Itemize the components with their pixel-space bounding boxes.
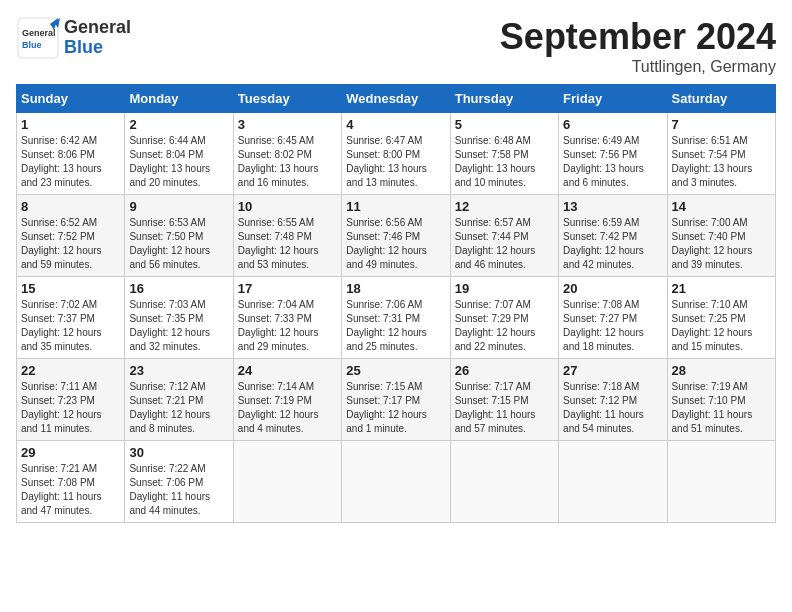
calendar-cell: 3Sunrise: 6:45 AMSunset: 8:02 PMDaylight…: [233, 113, 341, 195]
calendar-cell: 12Sunrise: 6:57 AMSunset: 7:44 PMDayligh…: [450, 195, 558, 277]
calendar-cell: 6Sunrise: 6:49 AMSunset: 7:56 PMDaylight…: [559, 113, 667, 195]
day-number: 13: [563, 199, 662, 214]
calendar-cell: 19Sunrise: 7:07 AMSunset: 7:29 PMDayligh…: [450, 277, 558, 359]
calendar-cell: 24Sunrise: 7:14 AMSunset: 7:19 PMDayligh…: [233, 359, 341, 441]
day-info: Sunrise: 7:07 AMSunset: 7:29 PMDaylight:…: [455, 298, 554, 354]
month-title: September 2024: [500, 16, 776, 58]
calendar-cell: 28Sunrise: 7:19 AMSunset: 7:10 PMDayligh…: [667, 359, 775, 441]
calendar-cell: 22Sunrise: 7:11 AMSunset: 7:23 PMDayligh…: [17, 359, 125, 441]
day-number: 25: [346, 363, 445, 378]
day-number: 22: [21, 363, 120, 378]
day-info: Sunrise: 7:14 AMSunset: 7:19 PMDaylight:…: [238, 380, 337, 436]
calendar-cell: 23Sunrise: 7:12 AMSunset: 7:21 PMDayligh…: [125, 359, 233, 441]
weekday-header-friday: Friday: [559, 85, 667, 113]
weekday-header-tuesday: Tuesday: [233, 85, 341, 113]
day-info: Sunrise: 6:55 AMSunset: 7:48 PMDaylight:…: [238, 216, 337, 272]
calendar-cell: 27Sunrise: 7:18 AMSunset: 7:12 PMDayligh…: [559, 359, 667, 441]
page-header: General Blue General Blue September 2024…: [16, 16, 776, 76]
svg-text:Blue: Blue: [22, 40, 42, 50]
calendar-week-4: 22Sunrise: 7:11 AMSunset: 7:23 PMDayligh…: [17, 359, 776, 441]
logo-blue-text: Blue: [64, 38, 131, 58]
day-number: 10: [238, 199, 337, 214]
day-info: Sunrise: 6:51 AMSunset: 7:54 PMDaylight:…: [672, 134, 771, 190]
calendar-cell: 30Sunrise: 7:22 AMSunset: 7:06 PMDayligh…: [125, 441, 233, 523]
day-info: Sunrise: 7:04 AMSunset: 7:33 PMDaylight:…: [238, 298, 337, 354]
day-info: Sunrise: 6:56 AMSunset: 7:46 PMDaylight:…: [346, 216, 445, 272]
calendar-cell: 21Sunrise: 7:10 AMSunset: 7:25 PMDayligh…: [667, 277, 775, 359]
day-number: 15: [21, 281, 120, 296]
day-info: Sunrise: 6:44 AMSunset: 8:04 PMDaylight:…: [129, 134, 228, 190]
calendar-week-3: 15Sunrise: 7:02 AMSunset: 7:37 PMDayligh…: [17, 277, 776, 359]
day-number: 30: [129, 445, 228, 460]
day-number: 18: [346, 281, 445, 296]
day-info: Sunrise: 6:48 AMSunset: 7:58 PMDaylight:…: [455, 134, 554, 190]
weekday-header-thursday: Thursday: [450, 85, 558, 113]
day-number: 24: [238, 363, 337, 378]
calendar-cell: 25Sunrise: 7:15 AMSunset: 7:17 PMDayligh…: [342, 359, 450, 441]
day-info: Sunrise: 6:59 AMSunset: 7:42 PMDaylight:…: [563, 216, 662, 272]
location-title: Tuttlingen, Germany: [500, 58, 776, 76]
weekday-header-monday: Monday: [125, 85, 233, 113]
day-number: 27: [563, 363, 662, 378]
day-info: Sunrise: 6:42 AMSunset: 8:06 PMDaylight:…: [21, 134, 120, 190]
day-number: 17: [238, 281, 337, 296]
calendar-cell: 15Sunrise: 7:02 AMSunset: 7:37 PMDayligh…: [17, 277, 125, 359]
calendar-cell: [559, 441, 667, 523]
logo-icon: General Blue: [16, 16, 60, 60]
calendar-cell: 2Sunrise: 6:44 AMSunset: 8:04 PMDaylight…: [125, 113, 233, 195]
calendar-cell: [342, 441, 450, 523]
calendar-cell: [233, 441, 341, 523]
day-number: 4: [346, 117, 445, 132]
calendar-cell: 16Sunrise: 7:03 AMSunset: 7:35 PMDayligh…: [125, 277, 233, 359]
title-area: September 2024 Tuttlingen, Germany: [500, 16, 776, 76]
calendar-week-1: 1Sunrise: 6:42 AMSunset: 8:06 PMDaylight…: [17, 113, 776, 195]
day-info: Sunrise: 7:11 AMSunset: 7:23 PMDaylight:…: [21, 380, 120, 436]
day-number: 11: [346, 199, 445, 214]
calendar-cell: 9Sunrise: 6:53 AMSunset: 7:50 PMDaylight…: [125, 195, 233, 277]
day-info: Sunrise: 6:52 AMSunset: 7:52 PMDaylight:…: [21, 216, 120, 272]
day-number: 6: [563, 117, 662, 132]
day-number: 2: [129, 117, 228, 132]
day-number: 1: [21, 117, 120, 132]
day-info: Sunrise: 7:12 AMSunset: 7:21 PMDaylight:…: [129, 380, 228, 436]
weekday-header-saturday: Saturday: [667, 85, 775, 113]
day-info: Sunrise: 7:02 AMSunset: 7:37 PMDaylight:…: [21, 298, 120, 354]
calendar-cell: 8Sunrise: 6:52 AMSunset: 7:52 PMDaylight…: [17, 195, 125, 277]
calendar-week-5: 29Sunrise: 7:21 AMSunset: 7:08 PMDayligh…: [17, 441, 776, 523]
day-number: 23: [129, 363, 228, 378]
day-info: Sunrise: 6:47 AMSunset: 8:00 PMDaylight:…: [346, 134, 445, 190]
day-info: Sunrise: 7:08 AMSunset: 7:27 PMDaylight:…: [563, 298, 662, 354]
weekday-header-wednesday: Wednesday: [342, 85, 450, 113]
day-number: 5: [455, 117, 554, 132]
calendar-week-2: 8Sunrise: 6:52 AMSunset: 7:52 PMDaylight…: [17, 195, 776, 277]
calendar-cell: 29Sunrise: 7:21 AMSunset: 7:08 PMDayligh…: [17, 441, 125, 523]
day-info: Sunrise: 7:21 AMSunset: 7:08 PMDaylight:…: [21, 462, 120, 518]
day-info: Sunrise: 7:03 AMSunset: 7:35 PMDaylight:…: [129, 298, 228, 354]
day-number: 8: [21, 199, 120, 214]
calendar-cell: [667, 441, 775, 523]
day-number: 9: [129, 199, 228, 214]
day-info: Sunrise: 7:00 AMSunset: 7:40 PMDaylight:…: [672, 216, 771, 272]
weekday-header-sunday: Sunday: [17, 85, 125, 113]
day-info: Sunrise: 7:19 AMSunset: 7:10 PMDaylight:…: [672, 380, 771, 436]
logo: General Blue General Blue: [16, 16, 131, 60]
day-number: 19: [455, 281, 554, 296]
day-info: Sunrise: 7:22 AMSunset: 7:06 PMDaylight:…: [129, 462, 228, 518]
day-info: Sunrise: 7:17 AMSunset: 7:15 PMDaylight:…: [455, 380, 554, 436]
day-info: Sunrise: 7:18 AMSunset: 7:12 PMDaylight:…: [563, 380, 662, 436]
calendar-header: SundayMondayTuesdayWednesdayThursdayFrid…: [17, 85, 776, 113]
calendar-cell: 11Sunrise: 6:56 AMSunset: 7:46 PMDayligh…: [342, 195, 450, 277]
calendar-cell: 5Sunrise: 6:48 AMSunset: 7:58 PMDaylight…: [450, 113, 558, 195]
calendar-cell: 14Sunrise: 7:00 AMSunset: 7:40 PMDayligh…: [667, 195, 775, 277]
day-number: 28: [672, 363, 771, 378]
day-info: Sunrise: 6:53 AMSunset: 7:50 PMDaylight:…: [129, 216, 228, 272]
calendar-cell: 7Sunrise: 6:51 AMSunset: 7:54 PMDaylight…: [667, 113, 775, 195]
day-number: 12: [455, 199, 554, 214]
day-info: Sunrise: 7:15 AMSunset: 7:17 PMDaylight:…: [346, 380, 445, 436]
calendar-cell: 17Sunrise: 7:04 AMSunset: 7:33 PMDayligh…: [233, 277, 341, 359]
day-info: Sunrise: 7:10 AMSunset: 7:25 PMDaylight:…: [672, 298, 771, 354]
calendar-cell: 20Sunrise: 7:08 AMSunset: 7:27 PMDayligh…: [559, 277, 667, 359]
calendar-cell: 10Sunrise: 6:55 AMSunset: 7:48 PMDayligh…: [233, 195, 341, 277]
day-number: 7: [672, 117, 771, 132]
calendar-cell: 26Sunrise: 7:17 AMSunset: 7:15 PMDayligh…: [450, 359, 558, 441]
